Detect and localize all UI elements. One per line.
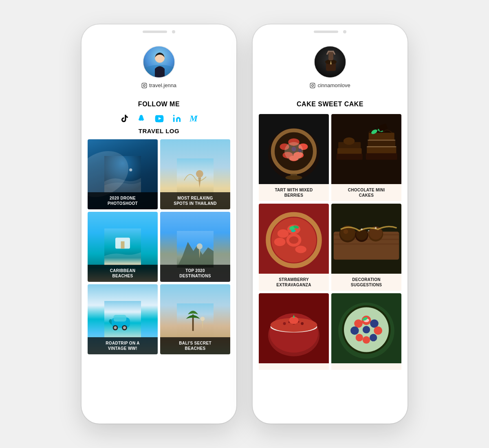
travel-log-title: TRAVEL LOG [88, 127, 230, 134]
svg-rect-13 [121, 242, 125, 249]
tiktok-icon[interactable] [120, 114, 129, 125]
food-caption-4: DECORATIONSUGGESTIONS [331, 274, 401, 291]
phone-travel: travel.jenna FOLLOW ME [82, 24, 236, 424]
svg-point-92 [375, 227, 377, 229]
svg-point-85 [344, 229, 348, 234]
caption-destinations: TOP 2020DESTINATIONS [160, 265, 230, 282]
food-post-6[interactable] [331, 293, 401, 370]
notch-pill-2 [314, 31, 338, 33]
phones-container: travel.jenna FOLLOW ME [65, 8, 424, 440]
travel-log-section: TRAVEL LOG 2020 DRONEPHOTOSHOOT [82, 127, 236, 354]
username-label: travel.jenna [149, 82, 176, 88]
svg-point-10 [196, 170, 203, 178]
travel-post-5[interactable]: ROADTRIP ON AVINTAGE WW! [88, 284, 158, 354]
caption-drone: 2020 DRONEPHOTOSHOOT [88, 192, 158, 209]
svg-point-20 [114, 326, 117, 329]
svg-point-69 [302, 238, 314, 246]
svg-rect-23 [177, 303, 214, 340]
food-caption-3: STRAWBERRYEXTRAVAGANZA [259, 274, 329, 291]
svg-point-5 [145, 84, 146, 84]
svg-point-114 [356, 334, 363, 341]
svg-point-45 [284, 142, 303, 161]
phone2-content: cinnamonlove CAKE SWEET CAKE [253, 37, 408, 378]
food-photo-grid: TART WITH MIXEDBERRIES [253, 114, 408, 370]
medium-icon[interactable]: M [189, 114, 198, 125]
svg-rect-30 [311, 83, 315, 88]
svg-point-102 [301, 322, 304, 325]
svg-point-116 [363, 326, 370, 333]
caption-bali: BALI'S SECRETBEACHES [160, 337, 230, 354]
svg-rect-29 [328, 51, 333, 60]
svg-rect-57 [337, 148, 362, 155]
username-row: travel.jenna [141, 82, 176, 88]
notch-pill [143, 31, 167, 33]
svg-point-59 [344, 137, 355, 145]
phone-food: cinnamonlove CAKE SWEET CAKE [253, 24, 408, 424]
svg-rect-9 [177, 158, 214, 195]
food-post-5[interactable] [259, 293, 329, 370]
travel-post-1[interactable]: 2020 DRONEPHOTOSHOOT [88, 139, 158, 209]
follow-title: FOLLOW ME [82, 101, 236, 108]
food-post-1[interactable]: TART WITH MIXEDBERRIES [259, 114, 329, 201]
svg-point-8 [129, 169, 132, 171]
svg-point-67 [299, 229, 311, 238]
phone2-notch [253, 24, 408, 37]
travel-post-4[interactable]: TOP 2020DESTINATIONS [160, 212, 230, 282]
food-post-2[interactable]: CHOCOLATE MINICAKES [331, 114, 401, 201]
svg-point-115 [363, 336, 370, 343]
blog-title: CAKE SWEET CAKE [253, 101, 408, 108]
avatar [143, 46, 175, 78]
svg-point-15 [197, 244, 203, 249]
svg-rect-58 [337, 154, 363, 160]
svg-point-70 [274, 238, 286, 246]
travel-post-6[interactable]: BALI'S SECRETBEACHES [160, 284, 230, 354]
username-label-2: cinnamonlove [317, 82, 350, 88]
svg-rect-18 [114, 315, 127, 321]
food-post-4[interactable]: DECORATIONSUGGESTIONS [331, 204, 401, 291]
travel-post-3[interactable]: CARIBBEANBEACHES [88, 212, 158, 282]
caption-caribbean: CARIBBEANBEACHES [88, 265, 158, 282]
svg-point-111 [374, 326, 382, 335]
food-post-3[interactable]: STRAWBERRYEXTRAVAGANZA [259, 204, 329, 291]
social-icons-row: M [82, 114, 236, 125]
youtube-icon[interactable] [154, 114, 164, 125]
notch-dot-2 [343, 30, 346, 33]
caption-thailand: MOST RELAXINGSPOTS IN THAILAND [160, 192, 230, 209]
instagram-icon [141, 83, 147, 88]
svg-point-91 [368, 230, 369, 231]
svg-point-25 [200, 316, 205, 321]
svg-point-90 [361, 228, 363, 231]
svg-point-98 [283, 322, 286, 325]
food-caption-5 [259, 363, 329, 370]
profile-section-2: cinnamonlove [253, 37, 408, 92]
food-caption-2: CHOCOLATE MINICAKES [331, 184, 401, 201]
svg-point-6 [173, 115, 175, 116]
food-caption-6 [331, 363, 401, 370]
svg-point-31 [312, 84, 314, 86]
linkedin-icon[interactable] [172, 114, 181, 125]
username-row-2: cinnamonlove [310, 82, 350, 88]
notch-dot [172, 30, 175, 33]
travel-post-2[interactable]: MOST RELAXINGSPOTS IN THAILAND [160, 139, 230, 209]
food-caption-1: TART WITH MIXEDBERRIES [259, 184, 329, 201]
travel-photo-grid: 2020 DRONEPHOTOSHOOT MOST RELAXINGSPOTS … [88, 139, 230, 354]
caption-roadtrip: ROADTRIP ON AVINTAGE WW! [88, 337, 158, 354]
phone1-content: travel.jenna FOLLOW ME [82, 37, 236, 362]
svg-rect-3 [142, 83, 147, 88]
svg-point-22 [123, 326, 126, 329]
svg-point-72 [281, 246, 293, 253]
instagram-icon-2 [310, 83, 315, 88]
svg-point-47 [285, 175, 302, 180]
svg-point-112 [350, 326, 359, 335]
phone-notch [82, 24, 236, 37]
svg-rect-51 [367, 147, 396, 154]
profile-section: travel.jenna [82, 37, 236, 92]
svg-point-32 [314, 84, 314, 84]
svg-point-4 [143, 84, 145, 86]
svg-point-113 [370, 334, 377, 341]
svg-point-74 [289, 236, 299, 244]
snapchat-icon[interactable] [137, 114, 146, 125]
avatar-2 [314, 46, 346, 78]
svg-point-103 [289, 316, 299, 324]
svg-rect-52 [366, 153, 397, 160]
